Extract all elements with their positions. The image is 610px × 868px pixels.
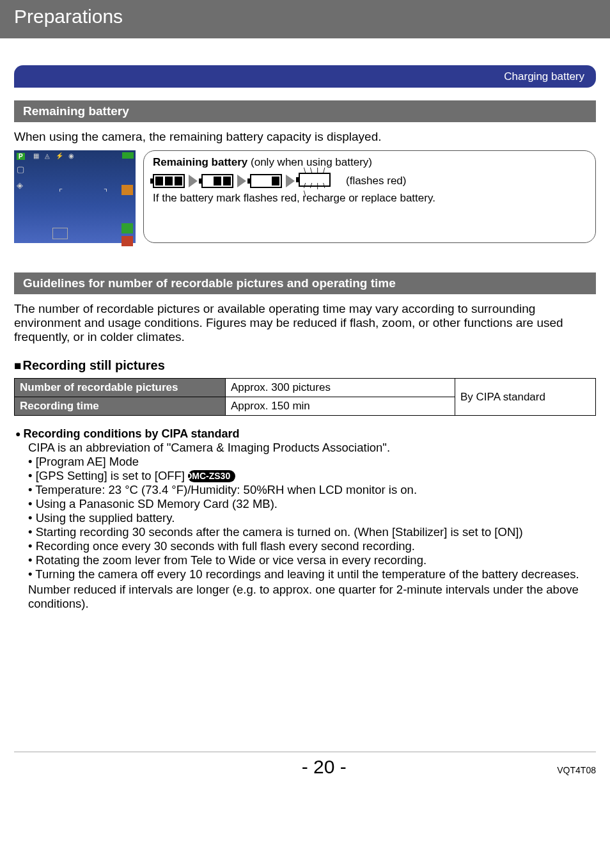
guidelines-paragraph: The number of recordable pictures or ava… [14, 302, 596, 344]
filled-circle-icon: ● [15, 429, 20, 439]
still-pictures-heading-text: Recording still pictures [22, 358, 164, 372]
callout-note: If the battery mark flashes red, recharg… [153, 192, 588, 205]
list-item: Temperature: 23 °C (73.4 °F)/Humidity: 5… [36, 483, 596, 497]
table-row: Number of recordable pictures Approx. 30… [15, 379, 596, 397]
status-badge-icon [121, 236, 133, 246]
list-item: Using a Panasonic SD Memory Card (32 MB)… [36, 497, 596, 511]
arrow-icon [237, 175, 246, 187]
battery-one-third-icon [250, 174, 282, 188]
page-number: - 20 - [302, 756, 347, 778]
right-status-icons [121, 185, 133, 246]
callout-title: Remaining battery (only when using batte… [153, 156, 588, 169]
battery-empty-flashing-icon: \ \ | / / / / | \ \ [299, 173, 331, 189]
cipa-abbrev-line: CIPA is an abbreviation of "Camera & Ima… [28, 441, 596, 455]
list-item: Starting recording 30 seconds after the … [36, 525, 596, 539]
card-icon [52, 228, 68, 239]
table-cell: Approx. 150 min [226, 397, 455, 416]
recording-table: Number of recordable pictures Approx. 30… [14, 378, 596, 416]
filled-square-icon: ■ [14, 359, 21, 372]
list-item: Recording once every 30 seconds with ful… [36, 539, 596, 553]
cipa-heading-text: Recording conditions by CIPA standard [23, 427, 239, 440]
subsection-title: Remaining battery [23, 104, 129, 118]
page-content: Charging battery Remaining battery When … [0, 65, 610, 816]
subsection-title: Guidelines for number of recordable pict… [23, 276, 396, 290]
topic-ribbon: Charging battery [14, 65, 596, 88]
top-status-icons: ▦ ◬ ⚡ ◉ [33, 152, 76, 159]
cipa-conditions-list: [Program AE] Mode [GPS Setting] is set t… [28, 455, 596, 581]
af-bracket-icon: ⌜ ⌝ [59, 187, 127, 197]
status-badge-icon [121, 223, 133, 233]
arrow-icon [189, 175, 198, 187]
table-header-cell: Number of recordable pictures [15, 379, 226, 397]
topic-ribbon-label: Charging battery [504, 70, 584, 83]
page-footer: - 20 - VQT4T08 [14, 752, 596, 778]
arrow-icon [286, 175, 295, 187]
callout-title-bold: Remaining battery [153, 156, 247, 168]
table-cell: Approx. 300 pictures [226, 379, 455, 397]
document-code: VQT4T08 [557, 765, 596, 775]
cipa-followup-note: Number reduced if intervals are longer (… [28, 583, 596, 611]
table-cell-standard: By CIPA standard [455, 379, 596, 416]
battery-indicator-icon [122, 152, 134, 159]
list-item: [GPS Setting] is set to [OFF] DMC-ZS30 [36, 469, 596, 483]
subsection-guidelines: Guidelines for number of recordable pict… [14, 272, 596, 294]
list-item-text: [GPS Setting] is set to [OFF] [36, 469, 189, 482]
battery-full-icon [153, 174, 185, 188]
section-header-title: Preparations [14, 6, 123, 28]
flashes-red-label: (flashes red) [346, 175, 406, 187]
model-badge: DMC-ZS30 [188, 470, 235, 482]
battery-two-thirds-icon [201, 174, 233, 188]
left-status-icons: ▢◈ [17, 164, 24, 190]
list-item: [Program AE] Mode [36, 455, 596, 469]
battery-row: P ▦ ◬ ⚡ ◉ ▢◈ ⌜ ⌝ Remaining battery (only… [14, 150, 596, 243]
mode-p-icon: P [17, 153, 25, 160]
subsection-remaining-battery: Remaining battery [14, 100, 596, 122]
table-header-cell: Recording time [15, 397, 226, 416]
list-item: Rotating the zoom lever from Tele to Wid… [36, 553, 596, 567]
battery-callout: Remaining battery (only when using batte… [143, 150, 596, 243]
status-badge-icon [121, 185, 133, 195]
list-item: Using the supplied battery. [36, 511, 596, 525]
remaining-battery-intro: When using the camera, the remaining bat… [14, 130, 596, 144]
section-header: Preparations [0, 0, 610, 38]
cipa-conditions-heading: ●Recording conditions by CIPA standard [15, 427, 596, 441]
still-pictures-heading: ■Recording still pictures [14, 358, 596, 373]
list-item: Turning the camera off every 10 recordin… [36, 567, 596, 581]
camera-lcd-thumbnail: P ▦ ◬ ⚡ ◉ ▢◈ ⌜ ⌝ [14, 150, 136, 243]
battery-level-sequence: \ \ | / / / / | \ \ (flashes red) [153, 173, 588, 189]
